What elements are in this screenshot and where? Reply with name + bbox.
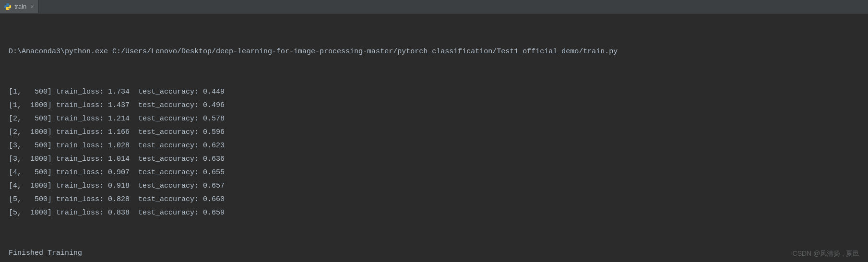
watermark: CSDN @风清扬 , 夏邑 bbox=[793, 250, 859, 258]
finished-line: Finished Training bbox=[9, 247, 859, 260]
training-log-line: [4, 1000] train_loss: 0.918 test_accurac… bbox=[9, 179, 859, 193]
training-log-line: [5, 1000] train_loss: 0.838 test_accurac… bbox=[9, 206, 859, 220]
python-icon bbox=[4, 3, 12, 11]
training-log-line: [1, 1000] train_loss: 1.437 test_accurac… bbox=[9, 99, 859, 112]
training-log-line: [2, 1000] train_loss: 1.166 test_accurac… bbox=[9, 126, 859, 139]
command-line: D:\Anaconda3\python.exe C:/Users/Lenovo/… bbox=[9, 45, 859, 59]
tab-label: train bbox=[14, 3, 26, 10]
training-log-line: [3, 1000] train_loss: 1.014 test_accurac… bbox=[9, 153, 859, 166]
training-log-line: [4, 500] train_loss: 0.907 test_accuracy… bbox=[9, 166, 859, 179]
close-icon[interactable]: × bbox=[29, 3, 35, 10]
tab-train[interactable]: train × bbox=[0, 0, 39, 13]
training-log-line: [3, 500] train_loss: 1.028 test_accuracy… bbox=[9, 139, 859, 153]
training-log-line: [1, 500] train_loss: 1.734 test_accuracy… bbox=[9, 85, 859, 99]
training-log-line: [5, 500] train_loss: 0.828 test_accuracy… bbox=[9, 193, 859, 206]
tab-bar: train × bbox=[0, 0, 868, 13]
training-log-line: [2, 500] train_loss: 1.214 test_accuracy… bbox=[9, 112, 859, 126]
console-output[interactable]: D:\Anaconda3\python.exe C:/Users/Lenovo/… bbox=[0, 13, 868, 262]
